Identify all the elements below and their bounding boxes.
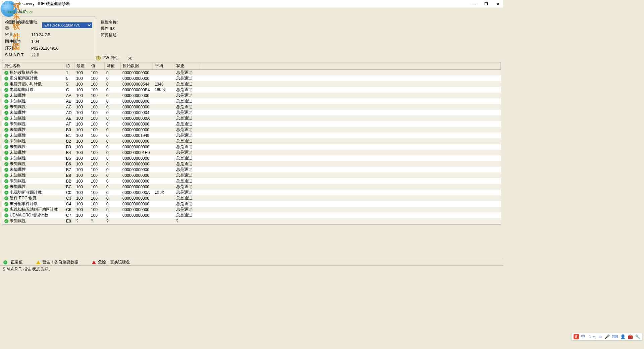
col-1[interactable]: ID bbox=[64, 62, 74, 70]
titlebar: ✚ FinalRecovery - IDE 硬盘健康诊断 — ❐ ✕ bbox=[0, 0, 503, 8]
statusbar: S.M.A.R.T. 报告 状态良好。 bbox=[0, 265, 503, 273]
status-text: S.M.A.R.T. 报告 状态良好。 bbox=[3, 266, 52, 272]
table-row[interactable]: ✓未知属性B21001000000000000000总是通过 bbox=[2, 138, 501, 144]
attr-id-label: 属性 ID: bbox=[101, 26, 118, 32]
table-row[interactable]: ✓未知属性BB1001000000000000000总是通过 bbox=[2, 178, 501, 184]
maximize-button[interactable]: ❐ bbox=[483, 1, 489, 7]
help-icon[interactable]: ? bbox=[96, 56, 101, 60]
ok-icon: ✓ bbox=[4, 99, 8, 103]
table-row[interactable]: ✓重分配扇区计数51001000000000000000总是通过 bbox=[2, 76, 501, 81]
warning-icon bbox=[36, 260, 40, 264]
menu-help[interactable]: 帮助 bbox=[18, 9, 26, 14]
pw-attr-label: PW 属性: bbox=[103, 55, 119, 61]
table-row[interactable]: ✓硬件 ECC 恢复C31001000000000000000总是通过 bbox=[2, 195, 501, 201]
table-row[interactable]: ✓未知属性B410010000000000001E0总是通过 bbox=[2, 150, 501, 155]
table-row[interactable]: ✓未知属性B81001000000000000000总是通过 bbox=[2, 172, 501, 178]
table-row[interactable]: ✓未知属性AF1001000000000000000总是通过 bbox=[2, 121, 501, 127]
app-icon: ✚ bbox=[2, 2, 7, 6]
menu-file[interactable]: 文件(F) bbox=[2, 9, 15, 14]
drive-select-label: 检测到的硬盘驱动器: bbox=[5, 19, 42, 31]
col-5[interactable]: 原始数据 bbox=[120, 62, 153, 70]
serial-label: 序列号 bbox=[5, 45, 31, 51]
ok-icon: ✓ bbox=[4, 173, 8, 178]
table-row[interactable]: ✓电源周期计数C10010000000000000B4180 次总是通过 bbox=[2, 87, 501, 93]
table-row[interactable]: ✓电源切断收回计数C0100100000000000000A10 次总是通过 bbox=[2, 190, 501, 195]
col-6[interactable]: 平均 bbox=[153, 62, 174, 70]
capacity-value: 119.24 GB bbox=[31, 33, 50, 37]
ok-icon: ✓ bbox=[4, 139, 8, 143]
ok-icon: ✓ bbox=[4, 94, 8, 98]
table-row[interactable]: ✓未知属性AD1001000000000000004总是通过 bbox=[2, 110, 501, 115]
smart-value: 启用 bbox=[31, 52, 39, 58]
ok-icon: ✓ bbox=[4, 168, 8, 172]
col-4[interactable]: 阈值 bbox=[104, 62, 120, 70]
legend-warning: 警告！备份重要数据 bbox=[42, 259, 78, 265]
col-3[interactable]: 值 bbox=[89, 62, 104, 70]
ok-icon: ✓ bbox=[4, 134, 8, 138]
attr-name-label: 属性名称: bbox=[101, 19, 118, 25]
ok-icon: ✓ bbox=[4, 179, 8, 183]
serial-value: P02701104910 bbox=[31, 46, 58, 51]
capacity-label: 容量 bbox=[5, 32, 31, 38]
table-row[interactable]: ✓UDMA CRC 错误计数C71001000000000000000总是通过 bbox=[2, 212, 501, 218]
ok-icon: ✓ bbox=[4, 162, 8, 166]
table-row[interactable]: ✓未知属性AA1001000000000000000总是通过 bbox=[2, 93, 501, 98]
legend-normal: 正常值 bbox=[11, 259, 23, 265]
table-row[interactable]: ✓未知属性E8???? bbox=[2, 218, 501, 224]
ok-icon: ✓ bbox=[4, 82, 8, 86]
ok-icon: ✓ bbox=[4, 71, 8, 75]
ok-icon: ✓ bbox=[4, 105, 8, 109]
close-button[interactable]: ✕ bbox=[495, 1, 501, 7]
table-row[interactable]: ✓未知属性B51001000000000000000总是通过 bbox=[2, 155, 501, 161]
ok-icon: ✓ bbox=[4, 145, 8, 149]
firmware-label: 固件版本 bbox=[5, 39, 31, 44]
table-row[interactable]: ✓未知属性B61001000000000000000总是通过 bbox=[2, 161, 501, 167]
legend-bar: ✓ 正常值 警告！备份重要数据 危险！更换该硬盘 bbox=[0, 259, 503, 265]
ok-icon: ✓ bbox=[4, 208, 8, 212]
col-2[interactable]: 最差 bbox=[74, 62, 89, 70]
firmware-value: 1.04 bbox=[31, 39, 39, 44]
ok-icon: ✓ bbox=[4, 196, 8, 200]
col-0[interactable]: 属性名称 bbox=[2, 62, 64, 70]
legend-danger: 危险！更换该硬盘 bbox=[98, 259, 130, 265]
drive-select[interactable]: EXTOR PX-128M7VC bbox=[42, 22, 92, 28]
table-row[interactable]: ✓未知属性AE100100000000000000A总是通过 bbox=[2, 115, 501, 121]
ok-icon: ✓ bbox=[4, 151, 8, 155]
table-row[interactable]: ✓未知属性B01001000000000000000总是通过 bbox=[2, 127, 501, 133]
table-row[interactable]: ✓重分配事件计数C41001000000000000000总是通过 bbox=[2, 201, 501, 207]
ok-icon: ✓ bbox=[4, 185, 8, 189]
drive-info-panel: 检测到的硬盘驱动器: EXTOR PX-128M7VC 容量 119.24 GB… bbox=[2, 16, 95, 61]
ok-icon: ✓ bbox=[4, 116, 8, 120]
pw-attr-value: 无 bbox=[128, 55, 132, 61]
smart-table[interactable]: 属性名称ID最差值阈值原始数据平均状态 ✓原始读取错误率110010000000… bbox=[2, 62, 501, 225]
ok-icon: ✓ bbox=[4, 111, 8, 115]
ok-icon: ✓ bbox=[4, 191, 8, 195]
table-row[interactable]: ✓未知属性B31001000000000000000总是通过 bbox=[2, 144, 501, 150]
ok-icon: ✓ bbox=[4, 128, 8, 132]
menubar: 文件(F) 帮助 bbox=[0, 8, 503, 15]
ok-icon: ✓ bbox=[4, 219, 8, 223]
window-title: FinalRecovery - IDE 硬盘健康诊断 bbox=[9, 1, 471, 7]
attr-desc-label: 简要描述: bbox=[101, 32, 118, 38]
minimize-button[interactable]: — bbox=[471, 1, 477, 7]
table-row[interactable]: ✓未知属性BC1001000000000000000总是通过 bbox=[2, 184, 501, 190]
table-row[interactable]: ✓未知属性AC1001000000000000000总是通过 bbox=[2, 104, 501, 110]
table-row[interactable]: ✓未知属性B11001000000000001949总是通过 bbox=[2, 133, 501, 138]
ok-icon: ✓ bbox=[4, 88, 8, 92]
ok-icon: ✓ bbox=[3, 260, 7, 264]
ok-icon: ✓ bbox=[4, 122, 8, 126]
ok-icon: ✓ bbox=[4, 77, 8, 81]
table-row[interactable]: ✓未知属性B71001000000000000000总是通过 bbox=[2, 167, 501, 172]
table-row[interactable]: ✓原始读取错误率11001000000000000000总是通过 bbox=[2, 70, 501, 76]
smart-label: S.M.A.R.T. bbox=[5, 53, 31, 57]
table-row[interactable]: ✓离线扫描无法纠正扇区计数C61001000000000000000总是通过 bbox=[2, 207, 501, 212]
table-row[interactable]: ✓电源开启小时计数910010000000000005441348总是通过 bbox=[2, 81, 501, 87]
ok-icon: ✓ bbox=[4, 202, 8, 206]
attribute-meta-panel: 属性名称: 属性 ID: 简要描述: bbox=[101, 16, 118, 61]
ok-icon: ✓ bbox=[4, 156, 8, 160]
table-row[interactable]: ✓未知属性AB1001000000000000000总是通过 bbox=[2, 98, 501, 104]
col-7[interactable]: 状态 bbox=[174, 62, 201, 70]
ok-icon: ✓ bbox=[4, 213, 8, 217]
table-row[interactable]: ✓未知属性E9100100000000000025E总是通过 bbox=[2, 224, 501, 225]
danger-icon bbox=[92, 260, 96, 264]
